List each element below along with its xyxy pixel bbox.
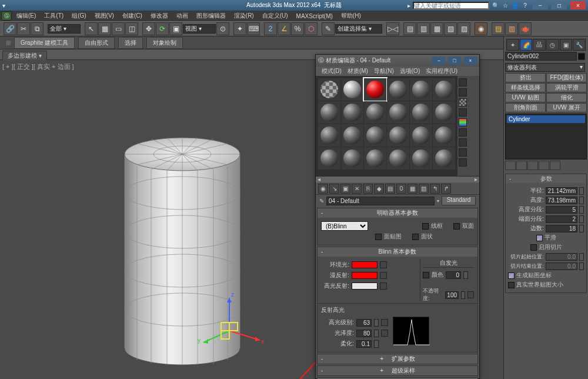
spinner-arrows[interactable] — [579, 187, 584, 195]
make-unique-icon[interactable]: ◆ — [374, 184, 384, 194]
faceted-checkbox[interactable] — [412, 234, 419, 240]
pick-icon[interactable]: ✎ — [319, 198, 324, 204]
put-to-scene-icon[interactable]: ↘ — [329, 184, 339, 194]
sample-slot[interactable] — [433, 101, 455, 124]
render-setup-icon[interactable]: ▤ — [492, 22, 505, 35]
tab-create-icon[interactable]: ✦ — [506, 39, 519, 51]
sample-type-icon[interactable] — [459, 78, 467, 87]
rollout-header[interactable]: 参数 — [506, 174, 586, 183]
angle-snap-icon[interactable]: ∠ — [278, 22, 290, 35]
diffuse-map-icon[interactable] — [380, 272, 387, 279]
curve-editor-icon[interactable]: ▧ — [444, 22, 457, 35]
snap2d-icon[interactable]: 2 — [264, 22, 277, 35]
viewport-label[interactable]: [ + ][ 正交 ][ 真实 + 边面 ] — [2, 62, 74, 71]
scope-selector[interactable]: 全部 ▾ — [48, 24, 81, 34]
spinner-arrows[interactable] — [579, 215, 584, 223]
selfillum-color-checkbox[interactable] — [423, 272, 429, 278]
specular-swatch[interactable] — [352, 282, 377, 290]
tab-modify-icon[interactable]: 🌈 — [520, 39, 533, 51]
window-close-button[interactable]: × — [570, 1, 586, 9]
wire-checkbox[interactable] — [422, 223, 429, 230]
twosided-checkbox[interactable] — [453, 223, 460, 230]
named-sel-icon[interactable]: ✎ — [322, 22, 335, 35]
mod-btn[interactable]: UVW 贴图 — [505, 93, 546, 102]
move-icon[interactable]: ✥ — [142, 22, 155, 35]
sample-slot[interactable] — [387, 147, 409, 169]
sample-slot[interactable] — [410, 147, 432, 169]
ribbon-toggle-icon[interactable]: ▦ — [430, 22, 443, 35]
reset-icon[interactable]: ✕ — [352, 184, 362, 194]
user-icon[interactable]: 👤 — [511, 2, 519, 9]
sample-slot[interactable] — [318, 101, 340, 124]
info-icon[interactable]: 🔍 — [492, 2, 500, 9]
sample-slot[interactable] — [433, 124, 455, 147]
menu-create[interactable]: 创建(C) — [119, 12, 146, 20]
facemap-checkbox[interactable] — [375, 234, 382, 240]
mat-menu-utilities[interactable]: 实用程序(U) — [423, 67, 460, 75]
mat-menu-mode[interactable]: 模式(D) — [319, 67, 344, 75]
app-dropdown-icon[interactable]: ▾ — [2, 2, 5, 9]
mod-btn[interactable]: 涡轮平滑 — [546, 83, 587, 92]
options-icon[interactable] — [459, 138, 467, 147]
video-check-icon[interactable] — [459, 118, 467, 127]
menu-modifiers[interactable]: 修改器 — [147, 12, 172, 20]
mod-btn[interactable]: UVW 展开 — [546, 103, 587, 112]
material-editor-titlebar[interactable]: Ⓖ 材质编辑器 - 04 - Default − □ × — [316, 55, 479, 67]
specular-map-icon[interactable] — [380, 282, 387, 290]
show-end-icon[interactable]: ▧ — [419, 184, 429, 194]
smooth-checkbox[interactable]: ✓ — [536, 235, 543, 241]
spinner-arrows[interactable] — [579, 225, 584, 232]
sample-slot[interactable] — [364, 101, 386, 124]
mat-menu-material[interactable]: 材质(M) — [345, 67, 370, 75]
go-forward-icon[interactable]: ↱ — [441, 184, 451, 194]
mat-map-nav-icon[interactable] — [459, 158, 467, 167]
menu-tools[interactable]: 工具(T) — [41, 12, 67, 20]
pin-stack-icon[interactable] — [505, 161, 516, 170]
mat-min-button[interactable]: − — [432, 56, 445, 65]
gloss-spinner[interactable]: 80 — [356, 330, 372, 337]
tab-freeform[interactable]: 自由形式 — [78, 37, 115, 49]
select-icon[interactable]: ↖ — [85, 22, 98, 35]
show-end-result-icon[interactable] — [516, 161, 527, 170]
spinner-arrows[interactable] — [461, 291, 465, 299]
ambient-lock-icon[interactable] — [380, 261, 387, 268]
menu-help[interactable]: 帮助(H) — [338, 12, 365, 20]
put-to-lib-icon[interactable]: ▤ — [385, 184, 395, 194]
star-icon[interactable]: ☆ — [501, 2, 509, 9]
background-icon[interactable] — [459, 98, 467, 107]
tab-display-icon[interactable]: ▣ — [560, 39, 573, 51]
align-icon[interactable]: ▤ — [403, 22, 416, 35]
configure-sets-icon[interactable] — [550, 161, 560, 170]
radius-spinner[interactable]: 21.142mm — [546, 187, 577, 195]
window-minimize-button[interactable]: − — [533, 1, 548, 9]
mirror-icon[interactable]: ▷◁ — [386, 22, 399, 35]
sample-slot[interactable] — [387, 101, 409, 124]
material-name-input[interactable] — [326, 197, 435, 205]
rollout-header[interactable]: + 扩展参数 — [318, 354, 477, 364]
mod-btn[interactable]: 挤出 — [505, 73, 546, 82]
keyboard-icon[interactable]: ⌨ — [247, 22, 260, 35]
mat-max-button[interactable]: □ — [448, 56, 461, 65]
sample-slot[interactable] — [433, 147, 455, 169]
mod-btn[interactable]: 剖角剖面 — [505, 103, 546, 112]
menu-graph-editors[interactable]: 图形编辑器 — [193, 12, 229, 20]
mod-btn[interactable]: FFD(圆柱体) — [546, 73, 587, 82]
select-name-icon[interactable]: ▦ — [98, 22, 111, 35]
sample-slot[interactable] — [410, 101, 432, 124]
gloss-map-icon[interactable] — [381, 330, 388, 337]
link-icon[interactable]: 🔗 — [4, 22, 16, 35]
sample-slot[interactable] — [410, 78, 432, 101]
make-copy-icon[interactable]: ⎘ — [363, 184, 373, 194]
sample-slot[interactable] — [341, 147, 363, 169]
mat-close-button[interactable]: × — [464, 56, 477, 65]
modifier-stack[interactable]: Cylinder — [505, 114, 587, 159]
rollout-header[interactable]: 明暗器基本参数 — [318, 208, 477, 218]
menu-maxscript[interactable]: MAXScript(M) — [293, 13, 336, 19]
bind-icon[interactable]: ⧉ — [31, 22, 44, 35]
shader-selector[interactable]: (B)Blinn — [321, 221, 368, 231]
refcoord-selector[interactable]: 视图 ▾ — [183, 24, 216, 34]
opacity-map-icon[interactable] — [467, 291, 474, 298]
ambient-swatch[interactable] — [352, 261, 377, 268]
manip-icon[interactable]: ✦ — [233, 22, 246, 35]
make-unique-icon[interactable] — [527, 161, 538, 170]
